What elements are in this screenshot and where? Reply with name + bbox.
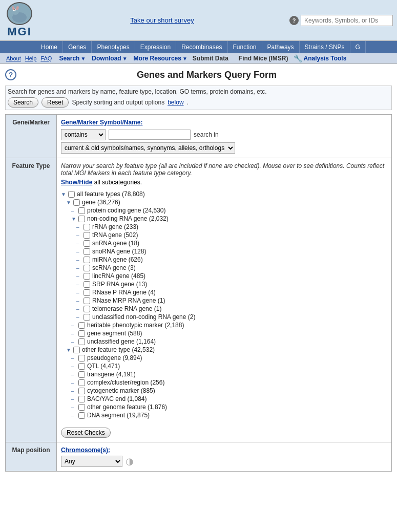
find-mice-link[interactable]: Find Mice (IMSR) [234,55,294,62]
checkbox-all[interactable] [68,191,75,198]
checkbox-srprna[interactable] [83,281,90,288]
checkbox-transgene[interactable] [78,371,85,378]
analysis-tools-action[interactable]: 🔧 Analysis Tools [294,54,347,62]
checkbox-rnasep[interactable] [83,289,90,296]
search-buttons: Search Reset Specify sorting and output … [8,97,389,108]
checkbox-lincrna[interactable] [83,273,90,280]
checkbox-trna[interactable] [83,232,90,239]
feature-desc-text: Narrow your search by feature type (all … [61,162,387,177]
more-resources-action[interactable]: More Resources ▼ [134,55,187,62]
toggle-rrna: – [76,224,81,230]
checkbox-unclassified-nc[interactable] [83,314,90,321]
feature-type-content: Narrow your search by feature type (all … [57,158,392,442]
submit-data-link[interactable]: Submit Data [187,55,234,62]
checkbox-other-feature[interactable] [73,347,80,353]
search-description-box: Search for genes and markers by name, fe… [5,86,392,110]
download-action[interactable]: Download ▼ [92,55,127,62]
tab-expression[interactable]: Expression [135,41,176,53]
help-link[interactable]: Help [23,55,39,62]
chromosome-link[interactable]: Chromosome(s): [61,446,110,454]
symbol-scope-select[interactable]: current & old symbols/names, synonyms, a… [61,142,235,154]
checkbox-snrna[interactable] [83,240,90,247]
mgi-logo[interactable] [7,2,32,25]
tab-more[interactable]: G [350,41,366,53]
tab-function[interactable]: Function [228,41,262,53]
tree-item-mirna: – miRNA gene (626) [61,256,387,264]
checkbox-rrna[interactable] [83,224,90,230]
page-help-button[interactable]: ? [5,69,16,80]
logo-area: MGI [4,2,35,38]
checkbox-unclassified-gene[interactable] [78,338,85,345]
checkbox-non-coding[interactable] [78,216,85,222]
tab-pathways[interactable]: Pathways [262,41,300,53]
toggle-non-coding[interactable]: ▼ [71,216,76,222]
checkbox-pseudogene[interactable] [78,355,85,361]
tab-genes[interactable]: Genes [63,41,92,53]
checkbox-cytogenetic[interactable] [78,388,85,394]
faq-link[interactable]: FAQ [38,55,54,62]
survey-link[interactable]: Take our short survey [39,16,285,24]
label-unclassified-nc: unclassified non-coding RNA gene (2) [92,313,195,321]
sort-link[interactable]: below [168,99,183,106]
checkbox-telomerase[interactable] [83,306,90,312]
search-action[interactable]: Search ▼ [59,55,86,62]
label-dna-segment: DNA segment (19,875) [87,412,150,419]
wrench-icon: 🔧 [294,54,302,62]
tab-phenotypes[interactable]: Phenotypes [92,41,135,53]
checkbox-mirna[interactable] [83,257,90,263]
label-pseudogene: pseudogene (9,894) [87,354,142,361]
about-link[interactable]: About [4,55,23,62]
checkbox-gene-segment[interactable] [78,330,85,337]
label-transgene: transgene (4,191) [87,371,136,378]
gene-marker-input[interactable] [109,130,191,140]
checkbox-other-genome[interactable] [78,404,85,411]
tree-item-scrna: – scRNA gene (3) [61,264,387,272]
checkbox-dna-segment[interactable] [78,412,85,419]
nav-tabs: Home Genes Phenotypes Expression Recombi… [0,41,397,53]
tab-recombinases[interactable]: Recombinases [176,41,227,53]
checkbox-qtl[interactable] [78,363,85,370]
label-bacyac: BAC/YAC end (1,084) [87,395,147,402]
toggle-other-feature[interactable]: ▼ [66,347,71,353]
sort-text: Specify sorting and output options [72,99,164,106]
search-button[interactable]: Search [8,97,38,108]
toggle-unclassified-gene: – [71,339,76,345]
toggle-gene[interactable]: ▼ [66,200,71,205]
checkbox-gene[interactable] [73,199,80,206]
toggle-all[interactable]: ▼ [61,191,66,197]
reset-button[interactable]: Reset [41,97,69,108]
chromosome-select[interactable]: Any [61,456,122,467]
contains-select[interactable]: contains begins with ends with equals [61,129,106,140]
label-all: all feature types (78,808) [77,190,145,198]
tab-home[interactable]: Home [36,41,63,53]
checkbox-complex[interactable] [78,379,85,386]
toggle-protein-coding: – [71,208,76,214]
tree-item-srprna: – SRP RNA gene (13) [61,280,387,288]
toggle-qtl: – [71,364,76,369]
show-hide-link[interactable]: Show/Hide [61,179,92,186]
checkbox-heritable[interactable] [78,322,85,329]
toggle-srprna: – [76,282,81,287]
tab-strains-snps[interactable]: Strains / SNPs [300,41,350,53]
gene-marker-symbol-link[interactable]: Gene/Marker Symbol/Name: [61,119,142,126]
search-help-icon[interactable]: ? [289,16,299,25]
map-position-content: Chromosome(s): Any ◑ [57,442,392,472]
checkbox-rnasmrp[interactable] [83,297,90,304]
feature-type-tree: ▼ all feature types (78,808) ▼ gene (36,… [61,190,387,419]
label-rnasmrp: RNase MRP RNA gene (1) [92,297,165,304]
tree-item-other-genome: – other genome feature (1,876) [61,403,387,411]
toggle-dna-segment: – [71,413,76,418]
checkbox-snorna[interactable] [83,248,90,255]
label-other-feature: other feature type (42,532) [82,346,155,353]
checkbox-bacyac[interactable] [78,396,85,402]
tree-item-heritable: – heritable phenotypic marker (2,188) [61,321,387,329]
toggle-scrna: – [76,265,81,271]
checkbox-scrna[interactable] [83,265,90,271]
top-bar: MGI Take our short survey ? [0,0,397,41]
tree-item-qtl: – QTL (4,471) [61,362,387,370]
global-search-input[interactable] [301,15,393,26]
search-description-text: Search for genes and markers by name, fe… [8,88,389,95]
reset-checks-button[interactable]: Reset Checks [61,428,111,438]
gene-marker-label: Gene/Marker [6,115,57,158]
checkbox-protein-coding[interactable] [78,207,85,214]
